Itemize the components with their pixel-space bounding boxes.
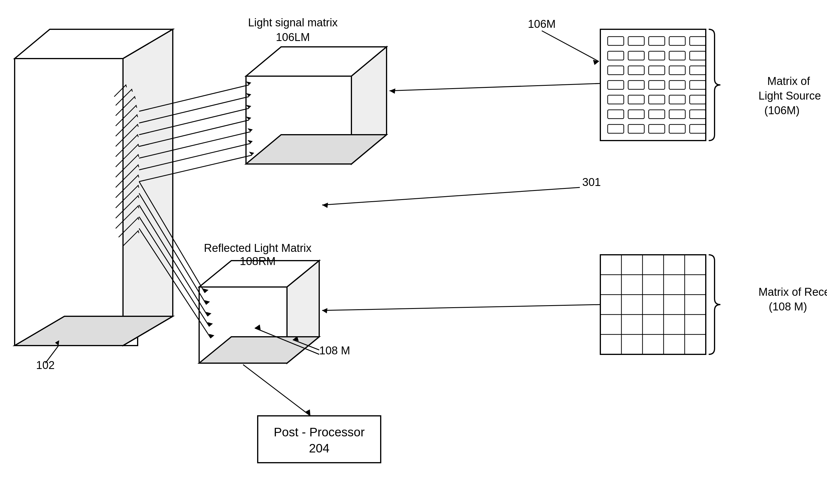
post-processor-line2: 204	[309, 441, 330, 455]
ref-106M-label: 106M	[528, 18, 555, 30]
svg-line-106	[542, 31, 599, 61]
svg-line-104	[243, 365, 310, 416]
svg-line-99	[322, 305, 600, 310]
matrix-light-source-line3: (106M)	[764, 104, 799, 116]
ref-301-label: 301	[582, 176, 601, 188]
svg-marker-2	[123, 29, 173, 346]
svg-rect-88	[600, 255, 706, 354]
light-signal-matrix-title: Light signal matrix	[248, 16, 338, 29]
matrix-receivers-line2: (108 M)	[769, 300, 807, 313]
light-signal-matrix-code: 106LM	[276, 31, 310, 43]
matrix-light-source-line2: Light Source	[759, 90, 821, 102]
ref-102-label: 102	[36, 359, 54, 371]
matrix-receivers-line1: Matrix of Receivers	[759, 286, 827, 298]
reflected-light-matrix-title: Reflected Light Matrix	[204, 242, 311, 254]
matrix-light-source-line1: Matrix of	[767, 75, 810, 87]
svg-marker-98	[389, 89, 395, 94]
ref-108M-box-label: 108 M	[319, 344, 350, 357]
svg-rect-103	[258, 416, 381, 463]
svg-marker-102	[322, 203, 328, 208]
svg-line-101	[322, 188, 580, 205]
diagram: Light signal matrix 106LM Reflected Ligh…	[0, 0, 827, 504]
svg-line-97	[389, 84, 600, 91]
reflected-light-matrix-code: 108RM	[240, 255, 276, 267]
svg-marker-100	[322, 308, 327, 313]
post-processor-line1: Post - Processor	[274, 425, 364, 439]
